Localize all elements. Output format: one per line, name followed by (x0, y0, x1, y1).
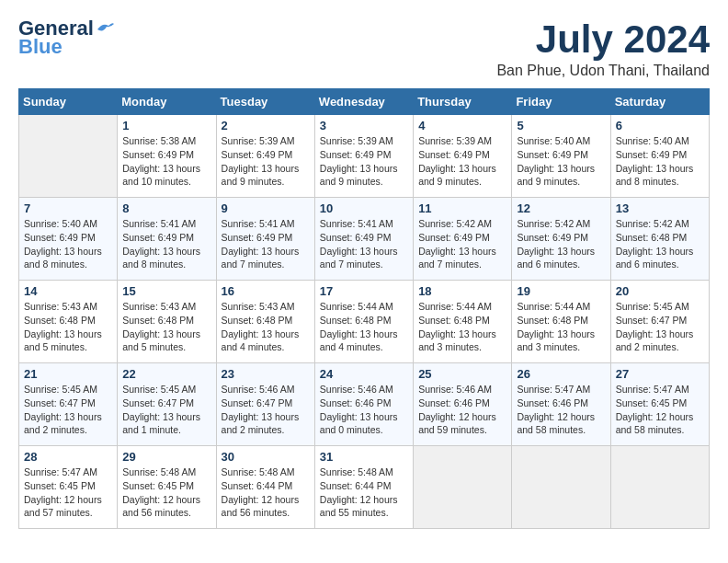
day-number: 10 (320, 201, 408, 215)
col-header-tuesday: Tuesday (216, 89, 314, 115)
calendar-cell: 5Sunrise: 5:40 AMSunset: 6:49 PMDaylight… (512, 115, 610, 198)
col-header-wednesday: Wednesday (314, 89, 413, 115)
calendar-cell: 15Sunrise: 5:43 AMSunset: 6:48 PMDayligh… (118, 281, 216, 363)
col-header-friday: Friday (512, 89, 610, 115)
calendar-cell: 21Sunrise: 5:45 AMSunset: 6:47 PMDayligh… (19, 363, 118, 446)
calendar-cell: 11Sunrise: 5:42 AMSunset: 6:49 PMDayligh… (414, 198, 512, 281)
day-number: 30 (222, 450, 310, 464)
calendar-cell: 26Sunrise: 5:47 AMSunset: 6:46 PMDayligh… (512, 363, 610, 446)
day-number: 9 (222, 201, 310, 215)
day-number: 3 (320, 119, 408, 132)
day-number: 16 (222, 284, 310, 298)
day-number: 2 (222, 119, 310, 132)
calendar-cell: 17Sunrise: 5:44 AMSunset: 6:48 PMDayligh… (314, 281, 413, 363)
day-number: 7 (24, 201, 112, 215)
title-block: July 2024 Ban Phue, Udon Thani, Thailand (496, 18, 710, 79)
col-header-saturday: Saturday (610, 89, 709, 115)
day-number: 11 (418, 201, 506, 215)
calendar-week-row: 21Sunrise: 5:45 AMSunset: 6:47 PMDayligh… (19, 363, 710, 446)
day-number: 24 (320, 367, 408, 381)
day-info: Sunrise: 5:46 AMSunset: 6:47 PMDaylight:… (222, 383, 310, 437)
calendar-cell: 14Sunrise: 5:43 AMSunset: 6:48 PMDayligh… (19, 281, 118, 363)
day-info: Sunrise: 5:45 AMSunset: 6:47 PMDaylight:… (616, 300, 704, 354)
day-info: Sunrise: 5:47 AMSunset: 6:46 PMDaylight:… (517, 383, 605, 437)
calendar-cell: 13Sunrise: 5:42 AMSunset: 6:48 PMDayligh… (610, 198, 709, 281)
day-info: Sunrise: 5:39 AMSunset: 6:49 PMDaylight:… (320, 134, 408, 189)
day-info: Sunrise: 5:48 AMSunset: 6:45 PMDaylight:… (122, 465, 210, 520)
day-number: 31 (320, 450, 408, 464)
day-info: Sunrise: 5:43 AMSunset: 6:48 PMDaylight:… (222, 300, 310, 354)
calendar-cell: 30Sunrise: 5:48 AMSunset: 6:44 PMDayligh… (216, 446, 314, 529)
calendar-cell: 19Sunrise: 5:44 AMSunset: 6:48 PMDayligh… (512, 281, 610, 363)
calendar-cell: 23Sunrise: 5:46 AMSunset: 6:47 PMDayligh… (216, 363, 314, 446)
day-info: Sunrise: 5:41 AMSunset: 6:49 PMDaylight:… (122, 217, 210, 271)
calendar-cell: 8Sunrise: 5:41 AMSunset: 6:49 PMDaylight… (118, 198, 216, 281)
calendar-cell: 9Sunrise: 5:41 AMSunset: 6:49 PMDaylight… (216, 198, 314, 281)
calendar-week-row: 1Sunrise: 5:38 AMSunset: 6:49 PMDaylight… (19, 115, 710, 198)
day-number: 29 (122, 450, 210, 464)
day-info: Sunrise: 5:46 AMSunset: 6:46 PMDaylight:… (418, 383, 506, 437)
calendar-cell: 12Sunrise: 5:42 AMSunset: 6:49 PMDayligh… (512, 198, 610, 281)
day-info: Sunrise: 5:42 AMSunset: 6:48 PMDaylight:… (616, 217, 704, 271)
day-info: Sunrise: 5:47 AMSunset: 6:45 PMDaylight:… (24, 465, 112, 520)
day-info: Sunrise: 5:44 AMSunset: 6:48 PMDaylight:… (418, 300, 506, 354)
calendar-cell: 2Sunrise: 5:39 AMSunset: 6:49 PMDaylight… (216, 115, 314, 198)
calendar-cell (19, 115, 118, 198)
day-info: Sunrise: 5:40 AMSunset: 6:49 PMDaylight:… (616, 134, 704, 189)
calendar-cell: 7Sunrise: 5:40 AMSunset: 6:49 PMDaylight… (19, 198, 118, 281)
day-number: 28 (24, 450, 112, 464)
day-number: 20 (616, 284, 704, 298)
day-number: 23 (222, 367, 310, 381)
day-info: Sunrise: 5:47 AMSunset: 6:45 PMDaylight:… (616, 383, 704, 437)
calendar-cell: 29Sunrise: 5:48 AMSunset: 6:45 PMDayligh… (118, 446, 216, 529)
day-info: Sunrise: 5:46 AMSunset: 6:46 PMDaylight:… (320, 383, 408, 437)
day-number: 26 (517, 367, 605, 381)
logo-blue: Blue (18, 37, 63, 57)
calendar-cell: 20Sunrise: 5:45 AMSunset: 6:47 PMDayligh… (610, 281, 709, 363)
day-number: 19 (517, 284, 605, 298)
day-info: Sunrise: 5:39 AMSunset: 6:49 PMDaylight:… (418, 134, 506, 189)
day-number: 5 (517, 119, 605, 132)
calendar-cell: 22Sunrise: 5:45 AMSunset: 6:47 PMDayligh… (118, 363, 216, 446)
day-number: 1 (122, 119, 210, 132)
day-number: 25 (418, 367, 506, 381)
calendar-cell: 31Sunrise: 5:48 AMSunset: 6:44 PMDayligh… (314, 446, 413, 529)
day-number: 27 (616, 367, 704, 381)
day-number: 21 (24, 367, 112, 381)
day-number: 4 (418, 119, 506, 132)
day-info: Sunrise: 5:48 AMSunset: 6:44 PMDaylight:… (320, 465, 408, 520)
day-info: Sunrise: 5:38 AMSunset: 6:49 PMDaylight:… (122, 134, 210, 189)
col-header-sunday: Sunday (19, 89, 118, 115)
col-header-thursday: Thursday (414, 89, 512, 115)
day-number: 12 (517, 201, 605, 215)
calendar-week-row: 14Sunrise: 5:43 AMSunset: 6:48 PMDayligh… (19, 281, 710, 363)
logo-bird-icon (96, 20, 116, 37)
day-number: 6 (616, 119, 704, 132)
calendar-cell: 1Sunrise: 5:38 AMSunset: 6:49 PMDaylight… (118, 115, 216, 198)
day-number: 17 (320, 284, 408, 298)
calendar-cell: 18Sunrise: 5:44 AMSunset: 6:48 PMDayligh… (414, 281, 512, 363)
calendar-cell: 25Sunrise: 5:46 AMSunset: 6:46 PMDayligh… (414, 363, 512, 446)
day-number: 13 (616, 201, 704, 215)
day-info: Sunrise: 5:44 AMSunset: 6:48 PMDaylight:… (320, 300, 408, 354)
calendar-cell: 27Sunrise: 5:47 AMSunset: 6:45 PMDayligh… (610, 363, 709, 446)
calendar-cell: 10Sunrise: 5:41 AMSunset: 6:49 PMDayligh… (314, 198, 413, 281)
day-info: Sunrise: 5:43 AMSunset: 6:48 PMDaylight:… (122, 300, 210, 354)
calendar-cell: 28Sunrise: 5:47 AMSunset: 6:45 PMDayligh… (19, 446, 118, 529)
day-info: Sunrise: 5:41 AMSunset: 6:49 PMDaylight:… (222, 217, 310, 271)
calendar-cell: 3Sunrise: 5:39 AMSunset: 6:49 PMDaylight… (314, 115, 413, 198)
calendar-header-row: SundayMondayTuesdayWednesdayThursdayFrid… (19, 89, 710, 115)
calendar-cell (512, 446, 610, 529)
day-info: Sunrise: 5:39 AMSunset: 6:49 PMDaylight:… (222, 134, 310, 189)
day-info: Sunrise: 5:44 AMSunset: 6:48 PMDaylight:… (517, 300, 605, 354)
logo: General Blue (18, 18, 116, 57)
page-header: General Blue July 2024 Ban Phue, Udon Th… (18, 18, 710, 79)
calendar-cell: 16Sunrise: 5:43 AMSunset: 6:48 PMDayligh… (216, 281, 314, 363)
calendar-cell: 4Sunrise: 5:39 AMSunset: 6:49 PMDaylight… (414, 115, 512, 198)
calendar-cell (414, 446, 512, 529)
day-info: Sunrise: 5:45 AMSunset: 6:47 PMDaylight:… (24, 383, 112, 437)
day-info: Sunrise: 5:43 AMSunset: 6:48 PMDaylight:… (24, 300, 112, 354)
day-info: Sunrise: 5:41 AMSunset: 6:49 PMDaylight:… (320, 217, 408, 271)
day-number: 18 (418, 284, 506, 298)
day-info: Sunrise: 5:48 AMSunset: 6:44 PMDaylight:… (222, 465, 310, 520)
